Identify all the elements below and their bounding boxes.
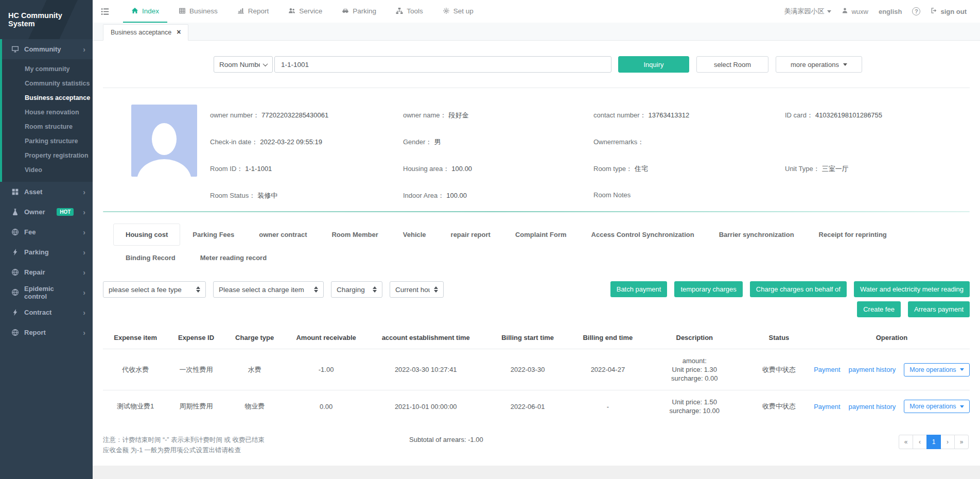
detail-tab-repair-report[interactable]: repair report [439,224,503,246]
detail-tab-housing-cost[interactable]: Housing cost [113,224,180,246]
water-and-electricity-meter-reading-button[interactable]: Water and electricity meter reading [854,281,970,297]
detail-tab-room-member[interactable]: Room Member [319,224,390,246]
detail-tab-receipt-for-reprinting[interactable]: Receipt for reprinting [807,224,899,246]
detail-tab-barrier-synchronization[interactable]: Barrier synchronization [707,224,807,246]
car-icon [342,7,349,14]
grid-icon [11,188,19,196]
sidebar-toggle-button[interactable] [101,0,110,23]
page-button[interactable]: « [899,435,913,449]
page-button-current[interactable]: 1 [926,435,941,449]
home-icon [131,7,138,14]
row-more-operations-dropdown[interactable]: More operations [904,400,969,413]
nav-item-tools[interactable]: Tools [388,0,431,23]
nav-item-service[interactable]: Service [280,0,330,23]
arrears-payment-button[interactable]: Arrears payment [908,301,970,317]
sidebar-subitem-house-renovation[interactable]: House renovation [2,105,93,119]
sidebar-item-repair[interactable]: Repair› [0,262,93,282]
charge-charges-on-behalf-of-button[interactable]: Charge charges on behalf of [750,281,847,297]
sidebar-group-label: Asset [24,188,42,196]
detail-tab-owner-contract[interactable]: owner contract [247,224,319,246]
nav-item-business[interactable]: Business [170,0,226,23]
fee-type-select[interactable]: please select a fee type [103,281,206,298]
sidebar-subitem-community-statistics[interactable]: Community statistics [2,76,93,91]
community-selector[interactable]: 美满家园小区 [784,7,831,16]
table-footer: 注意：计费结束时间 “-” 表示未到计费时间 或 收费已结束 应收金额 为-1 … [103,435,970,455]
row-more-operations-dropdown[interactable]: More operations [904,363,969,377]
field-label: ID card： [785,111,813,119]
sidebar-subitem-parking-structure[interactable]: Parking structure [2,134,93,148]
nav-item-report[interactable]: Report [229,0,277,23]
inquiry-button[interactable]: Inquiry [618,56,689,73]
sidebar-item-community[interactable]: Community› [2,39,93,59]
select-room-button[interactable]: select Room [696,56,768,73]
payment-history-link[interactable]: payment history [849,403,896,410]
payment-history-link[interactable]: payment history [849,366,896,373]
desktop-icon [11,45,19,53]
payment-link[interactable]: Payment [814,366,840,373]
sidebar-item-parking[interactable]: Parking› [0,242,93,262]
language-switch[interactable]: english [879,8,902,15]
sign-out-button[interactable]: sign out [931,7,967,15]
temporary-charges-button[interactable]: temporary charges [674,281,742,297]
user-menu[interactable]: wuxw [842,7,868,15]
room-number-input[interactable] [274,56,611,73]
search-type-select[interactable]: Room Number [214,56,273,73]
field-value: 1-1-1001 [245,165,272,173]
nav-item-setup[interactable]: Set up [434,0,482,23]
fee-notes: 注意：计费结束时间 “-” 表示未到计费时间 或 收费已结束 应收金额 为-1 … [103,435,404,455]
owner-field-unit-type: Unit Type：三室一厅 [785,164,970,174]
detail-tab-vehicle[interactable]: Vehicle [391,224,439,246]
field-value: 13763413312 [649,111,690,119]
owner-field-room-notes: Room Notes [593,191,785,200]
help-icon[interactable]: ? [912,7,920,15]
page-button[interactable]: › [940,435,955,449]
sidebar-group-label: Fee [24,228,36,236]
sidebar-subitem-my-community[interactable]: My community [2,62,93,76]
detail-tab-parking-fees[interactable]: Parking Fees [180,224,247,246]
globe-icon [11,228,19,236]
batch-payment-button[interactable]: Batch payment [610,281,668,297]
fee-note-line2: 应收金额 为-1 一般为费用项公式设置出错请检查 [103,445,404,455]
sidebar-item-contract[interactable]: Contract› [0,302,93,322]
detail-tab-access-control-synchronization[interactable]: Access Control Synchronization [579,224,707,246]
nav-item-parking[interactable]: Parking [334,0,384,23]
caret-down-icon [960,368,964,371]
user-icon [842,7,848,14]
nav-item-label: Business [189,7,218,15]
search-type-value: Room Number [219,61,260,69]
more-operations-dropdown[interactable]: more operations [776,56,862,73]
page-button[interactable]: » [954,435,969,449]
charge-item-select[interactable]: Please select a charge item [213,281,324,298]
chevron-right-icon: › [83,289,85,296]
owner-field-id-card: ID card：410326198101286755 [785,111,970,120]
sidebar-item-report[interactable]: Report› [0,322,93,343]
owner-field-room-type: Room type：住宅 [593,164,785,174]
sidebar-item-asset[interactable]: Asset› [0,182,93,202]
owner-field-ownerremarks: Ownerremarks： [593,138,785,147]
table-row: 测试物业费1周期性费用物业费0.002021-10-01 00:00:00202… [103,390,970,423]
pagination: «‹1›» [899,435,969,449]
sidebar-subitem-property-registration[interactable]: Property registration [2,148,93,163]
sidebar-subitem-video[interactable]: Video [2,163,93,177]
page-button[interactable]: ‹ [913,435,927,449]
sidebar-item-owner[interactable]: OwnerHOT› [0,202,93,222]
tab-business-acceptance[interactable]: Business acceptance × [103,24,188,41]
chevron-right-icon: › [83,46,85,53]
detail-tab-meter-reading-record[interactable]: Meter reading record [188,247,279,269]
house-select[interactable]: Current house [390,281,444,298]
charging-select[interactable]: Charging [331,281,382,298]
create-fee-button[interactable]: Create fee [857,301,901,317]
sidebar-subitem-business-acceptance[interactable]: Business acceptance [2,91,93,105]
sidebar-group-label: Owner [24,208,45,216]
field-label: owner name： [403,111,447,119]
payment-link[interactable]: Payment [814,403,840,410]
sidebar-subitem-room-structure[interactable]: Room structure [2,119,93,134]
detail-tab-complaint-form[interactable]: Complaint Form [503,224,579,246]
column-header-operation: Operation [814,331,970,349]
close-icon[interactable]: × [177,29,181,35]
sidebar-item-fee[interactable]: Fee› [0,222,93,242]
detail-tab-binding-record[interactable]: Binding Record [113,247,188,269]
nav-item-index[interactable]: Index [123,0,167,23]
column-header-description: Description [644,331,744,349]
sidebar-item-epidemic[interactable]: Epidemic control› [0,282,93,302]
